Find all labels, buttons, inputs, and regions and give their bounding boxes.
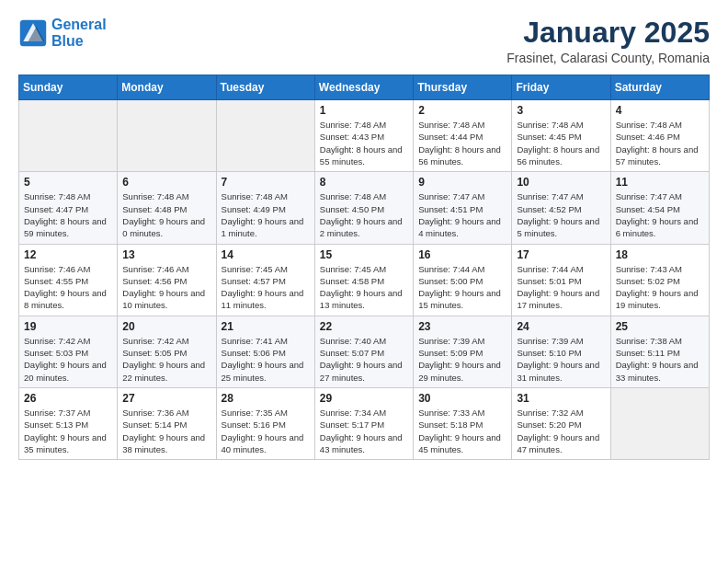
day-cell: 26 Sunrise: 7:37 AM Sunset: 5:13 PM Dayl…	[19, 387, 118, 459]
day-number: 5	[24, 176, 112, 189]
day-cell: 16 Sunrise: 7:44 AM Sunset: 5:00 PM Dayl…	[414, 244, 512, 316]
page: General Blue January 2025 Frasinet, Cala…	[0, 0, 728, 563]
weekday-header-sunday: Sunday	[19, 75, 118, 100]
day-cell: 24 Sunrise: 7:39 AM Sunset: 5:10 PM Dayl…	[512, 316, 610, 387]
week-row-4: 19 Sunrise: 7:42 AM Sunset: 5:03 PM Dayl…	[19, 316, 710, 387]
day-info: Sunrise: 7:48 AM Sunset: 4:43 PM Dayligh…	[320, 119, 408, 167]
day-number: 9	[418, 176, 506, 189]
day-info: Sunrise: 7:47 AM Sunset: 4:52 PM Dayligh…	[517, 190, 605, 239]
day-info: Sunrise: 7:47 AM Sunset: 4:54 PM Dayligh…	[616, 190, 704, 239]
day-number: 24	[517, 320, 605, 333]
day-info: Sunrise: 7:45 AM Sunset: 4:58 PM Dayligh…	[320, 263, 408, 312]
day-cell: 20 Sunrise: 7:42 AM Sunset: 5:05 PM Dayl…	[118, 316, 216, 387]
day-cell: 15 Sunrise: 7:45 AM Sunset: 4:58 PM Dayl…	[314, 244, 413, 316]
day-number: 8	[320, 176, 408, 189]
weekday-header-wednesday: Wednesday	[314, 75, 413, 100]
day-number: 14	[222, 248, 310, 261]
day-info: Sunrise: 7:39 AM Sunset: 5:10 PM Dayligh…	[517, 335, 605, 384]
day-number: 19	[24, 320, 112, 333]
day-info: Sunrise: 7:48 AM Sunset: 4:47 PM Dayligh…	[24, 190, 112, 239]
day-cell: 12 Sunrise: 7:46 AM Sunset: 4:55 PM Dayl…	[19, 244, 118, 316]
title-block: January 2025 Frasinet, Calarasi County, …	[506, 17, 710, 65]
day-info: Sunrise: 7:40 AM Sunset: 5:07 PM Dayligh…	[320, 335, 408, 384]
day-number: 26	[24, 392, 112, 405]
day-info: Sunrise: 7:36 AM Sunset: 5:14 PM Dayligh…	[122, 407, 210, 455]
day-number: 11	[616, 176, 704, 189]
day-cell: 13 Sunrise: 7:46 AM Sunset: 4:56 PM Dayl…	[118, 244, 216, 316]
day-cell: 31 Sunrise: 7:32 AM Sunset: 5:20 PM Dayl…	[512, 387, 610, 459]
day-info: Sunrise: 7:48 AM Sunset: 4:46 PM Dayligh…	[616, 119, 704, 167]
header: General Blue January 2025 Frasinet, Cala…	[18, 17, 710, 65]
day-info: Sunrise: 7:42 AM Sunset: 5:05 PM Dayligh…	[122, 335, 210, 384]
day-number: 7	[222, 176, 310, 189]
logo-text: General Blue	[51, 17, 107, 49]
day-cell: 3 Sunrise: 7:48 AM Sunset: 4:45 PM Dayli…	[512, 100, 610, 172]
day-number: 1	[320, 104, 408, 117]
day-number: 20	[122, 320, 210, 333]
week-row-1: 1 Sunrise: 7:48 AM Sunset: 4:43 PM Dayli…	[19, 100, 710, 172]
day-info: Sunrise: 7:42 AM Sunset: 5:03 PM Dayligh…	[24, 335, 112, 384]
day-number: 28	[222, 392, 310, 405]
day-info: Sunrise: 7:46 AM Sunset: 4:55 PM Dayligh…	[24, 263, 112, 312]
day-cell: 11 Sunrise: 7:47 AM Sunset: 4:54 PM Dayl…	[610, 172, 709, 244]
week-row-2: 5 Sunrise: 7:48 AM Sunset: 4:47 PM Dayli…	[19, 172, 710, 244]
day-number: 27	[122, 392, 210, 405]
week-row-3: 12 Sunrise: 7:46 AM Sunset: 4:55 PM Dayl…	[19, 244, 710, 316]
day-info: Sunrise: 7:32 AM Sunset: 5:20 PM Dayligh…	[517, 407, 605, 455]
weekday-header-friday: Friday	[512, 75, 610, 100]
day-cell: 22 Sunrise: 7:40 AM Sunset: 5:07 PM Dayl…	[314, 316, 413, 387]
day-info: Sunrise: 7:33 AM Sunset: 5:18 PM Dayligh…	[418, 407, 506, 455]
day-number: 29	[320, 392, 408, 405]
day-number: 16	[418, 248, 506, 261]
day-number: 22	[320, 320, 408, 333]
day-cell	[216, 100, 314, 172]
logo: General Blue	[18, 17, 107, 49]
day-cell: 6 Sunrise: 7:48 AM Sunset: 4:48 PM Dayli…	[118, 172, 216, 244]
day-cell: 25 Sunrise: 7:38 AM Sunset: 5:11 PM Dayl…	[610, 316, 709, 387]
weekday-header-tuesday: Tuesday	[216, 75, 314, 100]
day-info: Sunrise: 7:48 AM Sunset: 4:45 PM Dayligh…	[517, 119, 605, 167]
calendar-table: SundayMondayTuesdayWednesdayThursdayFrid…	[18, 75, 710, 460]
day-cell: 28 Sunrise: 7:35 AM Sunset: 5:16 PM Dayl…	[216, 387, 314, 459]
day-cell: 17 Sunrise: 7:44 AM Sunset: 5:01 PM Dayl…	[512, 244, 610, 316]
day-number: 31	[517, 392, 605, 405]
day-info: Sunrise: 7:46 AM Sunset: 4:56 PM Dayligh…	[122, 263, 210, 312]
day-info: Sunrise: 7:37 AM Sunset: 5:13 PM Dayligh…	[24, 407, 112, 455]
weekday-header-thursday: Thursday	[414, 75, 512, 100]
day-info: Sunrise: 7:43 AM Sunset: 5:02 PM Dayligh…	[616, 263, 704, 312]
day-info: Sunrise: 7:44 AM Sunset: 5:00 PM Dayligh…	[418, 263, 506, 312]
day-info: Sunrise: 7:38 AM Sunset: 5:11 PM Dayligh…	[616, 335, 704, 384]
day-cell: 30 Sunrise: 7:33 AM Sunset: 5:18 PM Dayl…	[414, 387, 512, 459]
weekday-header-saturday: Saturday	[610, 75, 709, 100]
calendar-subtitle: Frasinet, Calarasi County, Romania	[506, 51, 710, 65]
day-cell: 5 Sunrise: 7:48 AM Sunset: 4:47 PM Dayli…	[19, 172, 118, 244]
day-cell: 19 Sunrise: 7:42 AM Sunset: 5:03 PM Dayl…	[19, 316, 118, 387]
day-number: 4	[616, 104, 704, 117]
day-number: 2	[418, 104, 506, 117]
day-number: 30	[418, 392, 506, 405]
day-info: Sunrise: 7:35 AM Sunset: 5:16 PM Dayligh…	[222, 407, 310, 455]
day-cell: 1 Sunrise: 7:48 AM Sunset: 4:43 PM Dayli…	[314, 100, 413, 172]
week-row-5: 26 Sunrise: 7:37 AM Sunset: 5:13 PM Dayl…	[19, 387, 710, 459]
day-number: 15	[320, 248, 408, 261]
day-cell	[19, 100, 118, 172]
day-info: Sunrise: 7:41 AM Sunset: 5:06 PM Dayligh…	[222, 335, 310, 384]
day-cell: 23 Sunrise: 7:39 AM Sunset: 5:09 PM Dayl…	[414, 316, 512, 387]
day-info: Sunrise: 7:44 AM Sunset: 5:01 PM Dayligh…	[517, 263, 605, 312]
day-info: Sunrise: 7:47 AM Sunset: 4:51 PM Dayligh…	[418, 190, 506, 239]
logo-icon	[18, 18, 48, 48]
day-cell: 14 Sunrise: 7:45 AM Sunset: 4:57 PM Dayl…	[216, 244, 314, 316]
calendar-title: January 2025	[506, 17, 710, 49]
day-cell: 27 Sunrise: 7:36 AM Sunset: 5:14 PM Dayl…	[118, 387, 216, 459]
day-info: Sunrise: 7:48 AM Sunset: 4:49 PM Dayligh…	[222, 190, 310, 239]
day-cell: 4 Sunrise: 7:48 AM Sunset: 4:46 PM Dayli…	[610, 100, 709, 172]
day-number: 17	[517, 248, 605, 261]
day-cell: 7 Sunrise: 7:48 AM Sunset: 4:49 PM Dayli…	[216, 172, 314, 244]
day-cell: 8 Sunrise: 7:48 AM Sunset: 4:50 PM Dayli…	[314, 172, 413, 244]
day-cell	[118, 100, 216, 172]
weekday-header-monday: Monday	[118, 75, 216, 100]
day-number: 13	[122, 248, 210, 261]
day-info: Sunrise: 7:34 AM Sunset: 5:17 PM Dayligh…	[320, 407, 408, 455]
day-number: 3	[517, 104, 605, 117]
day-info: Sunrise: 7:39 AM Sunset: 5:09 PM Dayligh…	[418, 335, 506, 384]
